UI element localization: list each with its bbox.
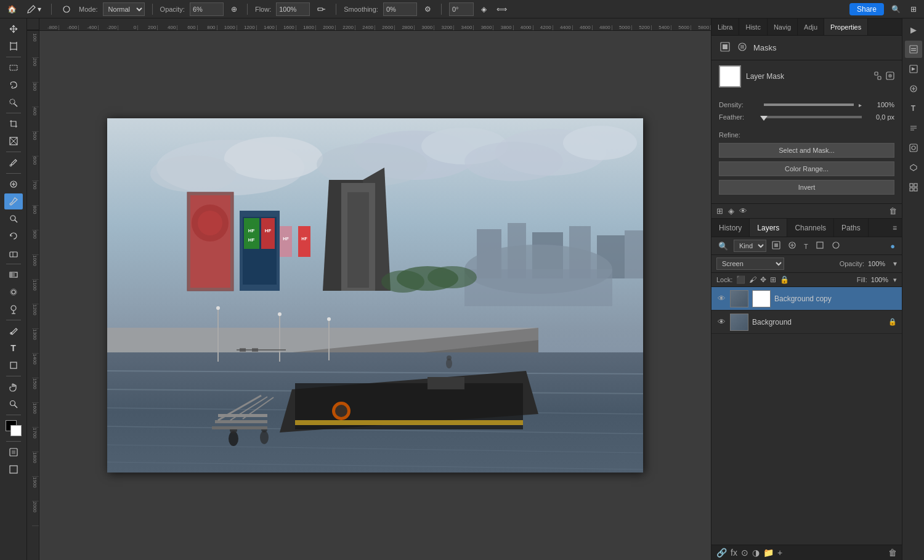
lock-all-btn[interactable]: 🔒 [780,275,789,284]
quick-select-tool[interactable] [4,94,23,110]
lock-artboard-btn[interactable]: ⊞ [770,275,776,284]
new-adjustment-btn[interactable]: ◑ [752,548,760,558]
search-icon-btn[interactable]: 🔍 [889,4,903,15]
paragraph-icon-btn[interactable] [905,120,922,137]
filter-search-icon[interactable]: 🔍 [716,241,730,251]
grid-icon[interactable]: ⊞ [716,206,723,216]
shape-tool[interactable] [4,357,23,373]
eye-icon[interactable]: 👁 [739,206,747,216]
pen-tool[interactable] [4,323,23,339]
new-layer-btn[interactable]: + [777,548,782,558]
photo-canvas[interactable]: HF HF HF HF HF [107,118,643,473]
angle-input[interactable] [449,2,474,16]
filter-adj-icon[interactable] [786,240,798,252]
tab-libra[interactable]: Libra [711,18,739,35]
tab-history[interactable]: History [711,219,750,237]
filter-pixel-icon[interactable] [770,240,782,252]
frame-tool[interactable] [4,133,23,149]
tab-channels[interactable]: Channels [787,219,834,237]
fill-arrow[interactable]: ▾ [893,276,897,284]
filter-shape-icon[interactable] [814,240,826,252]
library-icon-btn[interactable] [905,60,922,78]
clone-stamp-tool[interactable] [4,211,23,227]
layer-item-background[interactable]: 👁 Background 🔒 [711,310,902,334]
layer-visibility-btn-bg[interactable]: 👁 [716,317,726,327]
mask-mask-icon[interactable] [886,71,894,82]
feather-slider[interactable] [764,116,862,118]
layer-item-background-copy[interactable]: 👁 Background copy [711,287,902,310]
mask-visibility-icon[interactable]: ◈ [728,206,734,216]
delete-layer-btn[interactable]: 🗑 [888,548,897,558]
blur-tool[interactable] [4,284,23,300]
pixel-view-icon[interactable] [719,41,731,55]
invert-button[interactable]: Invert [719,180,894,195]
mask-link-icon[interactable] [873,71,882,82]
brush-tool[interactable] [4,193,23,209]
tab-navig[interactable]: Navig [768,18,798,35]
tab-adju[interactable]: Adju [798,18,824,35]
adjustment-icon-btn[interactable] [905,80,922,97]
screen-mode-btn[interactable] [4,461,23,477]
filter-kind-dropdown[interactable]: Kind [734,240,766,252]
grid-layers-icon-btn[interactable] [905,179,922,196]
3d-icon-btn[interactable] [905,159,922,176]
layer-mask-thumbnail[interactable] [719,65,741,87]
lock-position-btn[interactable]: ✥ [760,275,766,284]
opacity-arrow[interactable]: ▾ [893,259,897,268]
layer-visibility-btn-copy[interactable]: 👁 [716,294,726,303]
symmetry-icon[interactable]: ⟺ [494,4,509,15]
trash-icon[interactable]: 🗑 [889,206,897,216]
layers-more-btn[interactable]: ≡ [888,219,902,237]
eraser-tool[interactable] [4,245,23,261]
add-fx-btn[interactable]: fx [731,548,737,558]
background-color[interactable] [10,425,22,436]
lock-transparent-btn[interactable]: ⬛ [736,275,745,284]
heal-tool[interactable] [4,176,23,192]
play-to-icon[interactable]: ▶ [905,21,922,38]
brush-settings-icon[interactable] [59,3,74,15]
filter-smart-icon[interactable] [830,240,842,252]
smoothing-options[interactable]: ⚙ [422,4,434,15]
smoothing-input[interactable] [383,2,417,16]
home-button[interactable]: 🏠 [5,4,19,15]
properties-icon-btn[interactable] [905,41,922,58]
hand-tool[interactable] [4,379,23,395]
text-tool[interactable]: T [4,340,23,356]
dodge-tool[interactable] [4,301,23,317]
crop-tool[interactable] [4,116,23,132]
add-mask-btn[interactable]: ⊙ [741,548,748,558]
color-swatches[interactable] [6,420,22,436]
workspace-icon-btn[interactable]: ⊞ [908,4,919,15]
filter-toggle-icon[interactable]: ● [888,241,897,251]
pressure-icon[interactable]: ◈ [479,4,489,15]
tab-properties[interactable]: Properties [824,18,868,35]
link-layers-btn[interactable]: 🔗 [716,548,727,558]
filter-text-icon[interactable]: T [802,241,810,251]
select-and-mask-button[interactable]: Select and Mask... [719,143,894,158]
lock-image-btn[interactable]: 🖌 [749,275,756,284]
char-format-icon-btn[interactable] [905,139,922,156]
eyedropper-tool[interactable] [4,155,23,171]
gradient-tool[interactable] [4,267,23,283]
airbrush-icon[interactable] [315,4,328,15]
quick-mask-btn[interactable] [4,444,23,460]
opacity-toggle[interactable]: ⊕ [229,4,240,15]
marquee-tool[interactable] [4,60,23,76]
tab-paths[interactable]: Paths [834,219,869,237]
share-button[interactable]: Share [849,3,884,15]
opacity-input[interactable]: 6% [190,2,224,16]
mode-dropdown[interactable]: Normal Multiply Screen [103,2,145,16]
text-format-icon-btn[interactable]: T [905,100,922,117]
blend-mode-dropdown[interactable]: Screen Normal Multiply [716,258,784,270]
history-brush-tool[interactable] [4,228,23,244]
flow-input[interactable] [276,2,310,16]
zoom-tool[interactable] [4,396,23,412]
lasso-tool[interactable] [4,77,23,93]
mask-mode-icon[interactable] [736,41,748,55]
color-range-button[interactable]: Color Range... [719,161,894,176]
new-group-btn[interactable]: 📁 [763,548,774,558]
brush-tool-indicator[interactable]: ▾ [24,3,44,15]
tab-histc[interactable]: Histc [739,18,767,35]
artboard-tool[interactable] [4,38,23,54]
tab-layers[interactable]: Layers [750,219,787,237]
